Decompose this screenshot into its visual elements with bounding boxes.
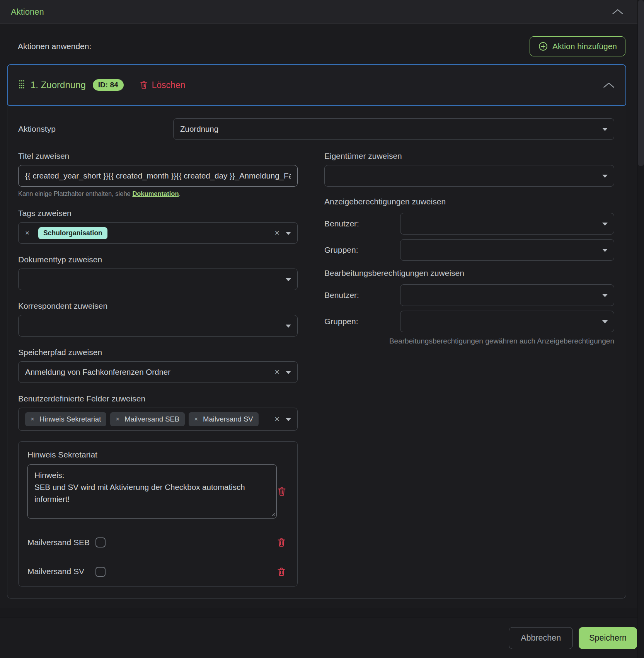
custom-field-values-panel: Hinweis Sekretariat Hinweis: SEB und SV … bbox=[18, 441, 298, 587]
clear-select-icon[interactable]: × bbox=[274, 414, 279, 424]
edit-groups-row: Gruppen: bbox=[324, 311, 614, 332]
remove-custom-field-button[interactable] bbox=[276, 566, 286, 577]
edit-users-select[interactable] bbox=[400, 284, 614, 306]
apply-actions-label: Aktionen anwenden: bbox=[18, 42, 91, 51]
storage-path-field: Speicherpfad zuweisen Anmeldung von Fach… bbox=[18, 348, 298, 383]
trash-icon bbox=[139, 80, 148, 90]
save-button[interactable]: Speichern bbox=[579, 627, 637, 649]
custom-field-row-mailversand-sv: Mailversand SV bbox=[19, 557, 297, 586]
remove-custom-field-button[interactable] bbox=[276, 537, 286, 548]
view-groups-select[interactable] bbox=[400, 239, 614, 261]
drag-handle-icon[interactable] bbox=[19, 80, 24, 90]
view-users-label: Benutzer: bbox=[324, 219, 400, 228]
correspondent-select[interactable] bbox=[18, 315, 298, 337]
action-title: 1. Zuordnung bbox=[31, 80, 86, 90]
modal-footer: Abbrechen Speichern bbox=[0, 617, 644, 649]
delete-action-label: Löschen bbox=[152, 80, 186, 90]
trash-icon bbox=[276, 573, 286, 578]
view-users-select[interactable] bbox=[400, 213, 614, 235]
section-divider bbox=[0, 608, 637, 617]
edit-users-row: Benutzer: bbox=[324, 284, 614, 306]
remove-chip-icon[interactable]: × bbox=[194, 415, 198, 423]
mailversand-seb-checkbox[interactable] bbox=[95, 537, 106, 547]
collapse-action-button[interactable] bbox=[603, 82, 615, 88]
resize-handle-icon[interactable] bbox=[270, 511, 275, 516]
custom-field-chip: × Hinweis Sekretariat bbox=[25, 412, 106, 426]
cancel-button[interactable]: Abbrechen bbox=[509, 627, 573, 649]
remove-chip-icon[interactable]: × bbox=[116, 415, 119, 423]
clear-select-icon[interactable]: × bbox=[274, 228, 279, 238]
custom-fields-field: Benutzerdefinierte Felder zuweisen × Hin… bbox=[18, 394, 298, 431]
document-type-select[interactable] bbox=[18, 269, 298, 290]
custom-fields-label: Benutzerdefinierte Felder zuweisen bbox=[18, 394, 298, 403]
delete-action-button[interactable]: Löschen bbox=[137, 80, 188, 91]
caret-down-icon bbox=[286, 371, 291, 374]
remove-chip-icon[interactable]: × bbox=[31, 415, 34, 423]
correspondent-field: Korrespondent zuweisen bbox=[18, 301, 298, 337]
caret-down-icon bbox=[286, 278, 291, 281]
title-hint: Kann einige Platzhalter enthalten, siehe… bbox=[18, 190, 298, 197]
owner-label: Eigentümer zuweisen bbox=[324, 151, 614, 161]
section-header: Aktionen bbox=[0, 0, 637, 24]
title-input[interactable] bbox=[18, 165, 298, 187]
owner-field: Eigentümer zuweisen bbox=[324, 151, 614, 187]
action-card-header[interactable]: 1. Zuordnung ID: 84 Löschen bbox=[7, 64, 626, 106]
caret-down-icon bbox=[602, 320, 608, 323]
tags-label: Tags zuweisen bbox=[18, 209, 298, 218]
tags-field: Tags zuweisen × Schulorganisation × bbox=[18, 209, 298, 244]
action-type-value: Zuordnung bbox=[180, 124, 218, 134]
collapse-section-button[interactable] bbox=[612, 9, 624, 15]
mailversand-sv-label: Mailversand SV bbox=[27, 566, 95, 577]
tag-chip: Schulorganisation bbox=[38, 227, 107, 239]
mailversand-seb-label: Mailversand SEB bbox=[27, 537, 95, 548]
edit-users-label: Benutzer: bbox=[324, 291, 400, 300]
scrollbar-track[interactable] bbox=[637, 0, 644, 658]
custom-field-chip: × Mailversand SV bbox=[189, 412, 259, 426]
action-card: 1. Zuordnung ID: 84 Löschen Aktionstyp Z… bbox=[7, 64, 626, 598]
custom-fields-select[interactable]: × Hinweis Sekretariat × Mailversand SEB … bbox=[18, 408, 298, 431]
plus-circle-icon bbox=[538, 41, 548, 51]
view-groups-label: Gruppen: bbox=[324, 245, 400, 255]
remove-custom-field-button[interactable] bbox=[277, 486, 287, 497]
edit-groups-select[interactable] bbox=[400, 311, 614, 332]
trash-icon bbox=[276, 543, 286, 549]
storage-path-select[interactable]: Anmeldung von Fachkonferenzen Ordner × bbox=[18, 361, 298, 383]
add-action-button[interactable]: Aktion hinzufügen bbox=[530, 36, 625, 56]
title-field: Titel zuweisen Kann einige Platzhalter e… bbox=[18, 151, 298, 197]
section-title: Aktionen bbox=[11, 7, 44, 17]
action-type-select[interactable]: Zuordnung bbox=[173, 118, 614, 140]
edit-permissions-heading: Bearbeitungsberechtigungen zuweisen bbox=[324, 269, 614, 278]
document-type-label: Dokumenttyp zuweisen bbox=[18, 255, 298, 264]
storage-path-label: Speicherpfad zuweisen bbox=[18, 348, 298, 357]
chevron-up-icon bbox=[603, 84, 615, 90]
edit-groups-label: Gruppen: bbox=[324, 317, 400, 326]
caret-down-icon bbox=[602, 175, 608, 178]
hinweis-label: Hinweis Sekretariat bbox=[27, 450, 290, 459]
document-type-field: Dokumenttyp zuweisen bbox=[18, 255, 298, 290]
mailversand-sv-checkbox[interactable] bbox=[95, 567, 106, 577]
custom-field-row-hinweis: Hinweis Sekretariat Hinweis: SEB und SV … bbox=[19, 442, 297, 528]
action-id-badge: ID: 84 bbox=[93, 79, 124, 91]
caret-down-icon bbox=[602, 128, 608, 131]
remove-tag-icon[interactable]: × bbox=[25, 229, 29, 237]
title-label: Titel zuweisen bbox=[18, 151, 298, 161]
caret-down-icon bbox=[602, 294, 608, 297]
edit-permissions-hint: Bearbeitungsberechtigungen gewähren auch… bbox=[324, 337, 614, 345]
caret-down-icon bbox=[602, 249, 608, 252]
storage-path-value: Anmeldung von Fachkonferenzen Ordner bbox=[25, 367, 170, 377]
custom-field-row-mailversand-seb: Mailversand SEB bbox=[19, 528, 297, 557]
right-column: Eigentümer zuweisen Anzeigeberechtigunge… bbox=[324, 151, 614, 345]
owner-select[interactable] bbox=[324, 165, 614, 187]
chevron-up-icon bbox=[612, 10, 624, 16]
view-users-row: Benutzer: bbox=[324, 213, 614, 235]
apply-actions-row: Aktionen anwenden: Aktion hinzufügen bbox=[18, 36, 625, 56]
action-type-row: Aktionstyp Zuordnung bbox=[18, 118, 614, 140]
tags-select[interactable]: × Schulorganisation × bbox=[18, 222, 298, 244]
caret-down-icon bbox=[602, 223, 608, 226]
hinweis-textarea[interactable]: Hinweis: SEB und SV wird mit Aktivierung… bbox=[27, 464, 277, 519]
scrollbar-thumb[interactable] bbox=[638, 0, 644, 166]
clear-select-icon[interactable]: × bbox=[274, 367, 279, 377]
documentation-link[interactable]: Dokumentation bbox=[132, 190, 179, 197]
custom-field-chip: × Mailversand SEB bbox=[110, 412, 185, 426]
left-column: Titel zuweisen Kann einige Platzhalter e… bbox=[18, 151, 298, 587]
